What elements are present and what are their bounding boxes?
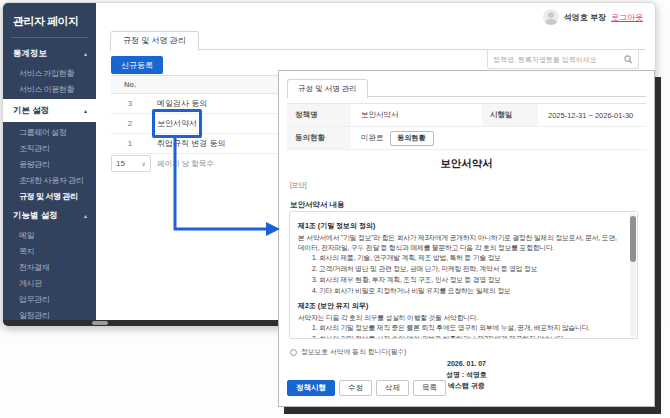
modal-buttons: 정책시행 수정 삭제 목록 xyxy=(287,380,446,396)
row-no: 2 xyxy=(111,119,149,128)
tab-bar: 규정 및 서명 관리 xyxy=(110,31,645,50)
agree-radio[interactable] xyxy=(290,349,297,356)
document-content-label: 보안서약서 내용 xyxy=(290,200,345,210)
policy-name-label: 정책명 xyxy=(287,104,351,126)
policy-name-value: 보안서약서 xyxy=(351,104,482,126)
document-title: 보안서약서 xyxy=(279,157,654,171)
doc-line: 1. 회사의 제품, 기술, 연구개발 계획, 제조 방법, 특허 등 기술 정… xyxy=(298,253,623,264)
document-content-box[interactable]: 제1조 (기밀 정보의 정의)본 서약서에서 "기밀 정보"라 함은 회사가 제… xyxy=(289,211,638,339)
agree-row: 정보보호 서약에 동의 합니다(필수) xyxy=(290,347,406,357)
page-title: 관리자 페이지 xyxy=(3,3,96,37)
doc-line: 본 서약서에서 "기밀 정보"라 함은 회사가 제3자에게 공개하지 아니하기로… xyxy=(298,233,623,253)
policy-detail-window: 규정 및 서명 관리 정책명 보안서약서 시행일 2025-12-31 ~ 20… xyxy=(278,70,655,407)
delete-button[interactable]: 삭제 xyxy=(376,380,409,396)
search-box xyxy=(487,49,639,69)
sidebar-section-기본 설정[interactable]: 기본 설정▲ xyxy=(3,99,96,122)
doc-line: 2. 회사의 기밀 정보를 사전 승인 없이 외부로 반출하거나 제3자에게 제… xyxy=(298,334,623,339)
logout-link[interactable]: 로그아웃 xyxy=(611,12,643,23)
sidebar-item-규정 및 서명 관리[interactable]: 규정 및 서명 관리 xyxy=(3,188,96,204)
consent-status-button[interactable]: 동의현황 xyxy=(390,131,434,146)
consent-status-cell: 미완료 동의현황 xyxy=(351,127,646,149)
triangle-up-icon: ▲ xyxy=(83,108,88,114)
doc-line: 2. 고객/거래처 명단 및 관련 정보, 판매 단가, 마케팅 전략, 계약서… xyxy=(298,264,623,275)
doc-line: 1. 회사의 기밀 정보를 재직 중은 물론 퇴직 후에도 영구히 외부에 누설… xyxy=(298,323,623,334)
new-register-button[interactable]: 신규등록 xyxy=(111,56,163,74)
modal-tab-bar: 규정 및 서명 관리 xyxy=(287,79,646,97)
doc-line: 제1조 (기밀 정보의 정의) xyxy=(298,221,623,231)
sidebar-section-기능별 설정[interactable]: 기능별 설정▲ xyxy=(3,204,96,227)
user-avatar-icon xyxy=(543,9,559,25)
signature-date: 2026. 01. 07 xyxy=(279,359,654,370)
policy-info-form: 정책명 보안서약서 시행일 2025-12-31 ~ 2026-01-30 동의… xyxy=(287,103,646,150)
effective-date-label: 시행일 xyxy=(482,104,538,126)
doc-scrollbar-thumb[interactable] xyxy=(630,216,636,262)
sidebar-nav: 통계정보▲서비스 가입현황서비스 이용현황기본 설정▲그룹웨어 설정조직관리용량… xyxy=(3,42,96,320)
col-no-header: No. xyxy=(111,80,149,89)
list-button[interactable]: 목록 xyxy=(413,380,446,396)
screenshot-canvas: 관리자 페이지 통계정보▲서비스 가입현황서비스 이용현황기본 설정▲그룹웨어 … xyxy=(0,0,670,418)
row-no: 1 xyxy=(111,139,149,148)
per-page-select[interactable]: 15 ∨ xyxy=(111,155,151,172)
doc-line: 4. 기타 회사가 비밀로 지정하거나 비밀 유지를 요청하는 일체의 정보 xyxy=(298,286,623,297)
sidebar-item-메일[interactable]: 메일 xyxy=(3,227,96,243)
sidebar-item-초대한 사용자 관리[interactable]: 초대한 사용자 관리 xyxy=(3,172,96,188)
consent-status-label: 동의현황 xyxy=(287,127,351,149)
search-icon[interactable] xyxy=(624,55,633,64)
form-row: 동의현황 미완료 동의현황 xyxy=(287,127,646,150)
apply-policy-button[interactable]: 정책시행 xyxy=(287,380,335,396)
modal-tab-rules-signatures[interactable]: 규정 및 서명 관리 xyxy=(287,79,368,98)
sidebar-item-서비스 이용현황[interactable]: 서비스 이용현황 xyxy=(3,81,96,97)
row-no: 3 xyxy=(111,99,149,108)
hscroll-thumb[interactable] xyxy=(92,321,108,325)
consent-status-value: 미완료 xyxy=(361,133,384,143)
per-page-value: 15 xyxy=(116,159,125,168)
search-input[interactable] xyxy=(493,56,624,63)
doc-line: 3. 회사의 재무 현황, 투자 계획, 조직 구조, 인사 정보 등 경영 정… xyxy=(298,275,623,286)
agree-label: 정보보호 서약에 동의 합니다(필수) xyxy=(301,347,406,357)
user-bar: 석영호 부장 로그아웃 xyxy=(543,9,643,25)
sidebar-item-전자결재[interactable]: 전자결재 xyxy=(3,259,96,275)
sidebar-item-게시판[interactable]: 게시판 xyxy=(3,275,96,291)
tab-rules-signatures[interactable]: 규정 및 서명 관리 xyxy=(110,31,199,51)
doc-line: 서약자는 다음 각 호의 의무를 성실히 이행할 것을 서약합니다. xyxy=(298,313,623,323)
sidebar: 관리자 페이지 통계정보▲서비스 가입현황서비스 이용현황기본 설정▲그룹웨어 … xyxy=(3,3,96,320)
sidebar-item-쪽지[interactable]: 쪽지 xyxy=(3,243,96,259)
divider xyxy=(11,37,88,38)
annotation-arrow xyxy=(160,130,290,242)
doc-line: 제2조 (보안 유지 의무) xyxy=(298,301,623,311)
sidebar-section-통계정보[interactable]: 통계정보▲ xyxy=(3,42,96,65)
sidebar-item-업무관리[interactable]: 업무관리 xyxy=(3,291,96,307)
sidebar-item-조직관리[interactable]: 조직관리 xyxy=(3,140,96,156)
triangle-up-icon: ▲ xyxy=(83,51,88,57)
user-name: 석영호 부장 xyxy=(564,12,606,23)
document-tag: [보안] xyxy=(290,181,307,190)
effective-date-value: 2025-12-31 ~ 2026-01-30 xyxy=(538,104,646,126)
sidebar-item-서비스 가입현황[interactable]: 서비스 가입현황 xyxy=(3,65,96,81)
triangle-up-icon: ▲ xyxy=(83,213,88,219)
form-row: 정책명 보안서약서 시행일 2025-12-31 ~ 2026-01-30 xyxy=(287,104,646,127)
sidebar-item-일정관리[interactable]: 일정관리 xyxy=(3,307,96,320)
edit-button[interactable]: 수정 xyxy=(339,380,372,396)
sidebar-item-그룹웨어 설정[interactable]: 그룹웨어 설정 xyxy=(3,124,96,140)
sidebar-item-용량관리[interactable]: 용량관리 xyxy=(3,156,96,172)
chevron-down-icon: ∨ xyxy=(142,160,146,167)
